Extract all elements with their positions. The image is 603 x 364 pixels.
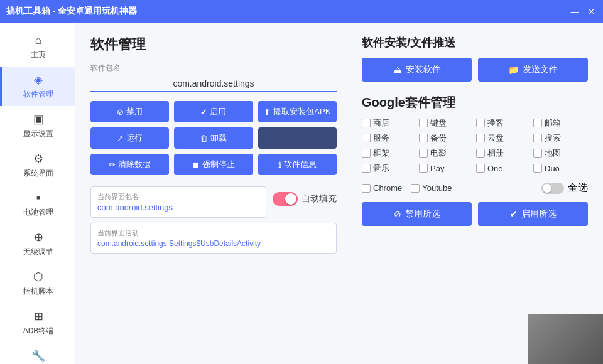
sidebar: ⌂ 主页 ◈ 软件管理 ▣ 显示设置 ⚙ 系统界面 ▪ 电池管理 ⊕ 无级调节 … [0,23,75,364]
checkbox-keyboard[interactable] [419,119,428,127]
checkbox-maps[interactable] [533,149,542,158]
main-content: 软件管理 软件包名 ⊘ 禁用 ✔ 启用 ⬆ 提取安装包APK [75,23,603,364]
disable-all-label: 禁用所选 [405,208,440,220]
send-file-button[interactable]: 📁 发送文件 [478,58,588,82]
label-service: 服务 [373,132,389,144]
checkbox-photos[interactable] [476,149,485,158]
google-item-music[interactable]: 音乐 [362,163,416,174]
checkbox-email[interactable] [533,119,542,127]
google-section-title: Google套件管理 [362,94,588,111]
checkbox-pay[interactable] [419,164,428,173]
close-button[interactable]: ✕ [585,6,597,17]
home-icon: ⌂ [35,34,42,47]
google-item-service[interactable]: 服务 [362,132,416,144]
btn-row-3: ✏ 清除数据 ⏹ 强制停止 ℹ 软件信息 [90,154,337,175]
sidebar-item-advanced[interactable]: ⊕ 无级调节 [0,224,75,264]
google-item-email[interactable]: 邮箱 [533,117,588,129]
enable-label: 启用 [210,106,226,117]
display-icon: ▣ [33,112,44,126]
sidebar-item-home[interactable]: ⌂ 主页 [0,28,75,67]
google-item-chrome[interactable]: Chrome [362,183,402,193]
force-stop-button[interactable]: ⏹ 强制停止 [174,154,253,175]
disable-all-button[interactable]: ⊘ 禁用所选 [362,202,472,226]
checkbox-framework[interactable] [362,149,371,158]
minimize-button[interactable]: — [569,6,580,17]
select-all-toggle[interactable] [541,183,564,194]
current-activity-box: 当前界面活动 com.android.settings.Settings$Usb… [90,223,337,254]
google-item-store[interactable]: 商店 [362,117,416,129]
google-item-pay[interactable]: Pay [419,163,474,174]
enable-all-label: 启用所选 [521,208,557,220]
google-item-maps[interactable]: 地图 [533,147,588,159]
label-search: 搜索 [545,132,561,144]
select-all-row: Chrome Youtube 全选 [362,181,588,195]
label-duo: Duo [545,164,560,173]
enable-button[interactable]: ✔ 启用 [174,101,253,122]
label-photos: 相册 [487,147,504,159]
extract-label: 提取安装包APK [273,106,330,117]
sidebar-label-adb: ADB终端 [23,326,54,336]
google-item-search[interactable]: 搜索 [533,132,588,144]
auto-fill-section: 自动填充 [273,192,337,206]
disable-button[interactable]: ⊘ 禁用 [90,101,169,122]
pkg-input[interactable] [90,76,337,92]
select-all-label: 全选 [568,181,588,195]
checkbox-movies[interactable] [419,149,428,158]
checkbox-music[interactable] [362,164,371,173]
sidebar-label-software: 软件管理 [23,89,53,100]
uninstall-label: 卸载 [210,132,227,144]
sidebar-item-battery[interactable]: ▪ 电池管理 [0,185,75,224]
google-item-youtube[interactable]: Youtube [411,183,452,193]
uninstall-button[interactable]: 🗑 卸载 [174,127,253,149]
current-pkg-value: com.android.settings [97,203,259,212]
google-item-podcast[interactable]: 播客 [476,117,531,129]
google-item-drive[interactable]: 云盘 [476,132,531,144]
checkbox-drive[interactable] [476,134,485,142]
label-one: One [487,164,503,173]
google-item-one[interactable]: One [476,163,531,174]
send-label: 发送文件 [523,64,558,75]
app-title: 搞机工具箱 - 全安卓通用玩机神器 [6,6,137,17]
enable-all-button[interactable]: ✔ 启用所选 [478,202,588,226]
sidebar-label-home: 主页 [31,50,46,60]
uninstall-icon: 🗑 [200,134,208,143]
checkbox-store[interactable] [362,119,371,127]
sidebar-item-system[interactable]: ⚙ 系统界面 [0,146,75,185]
google-item-framework[interactable]: 框架 [362,147,416,159]
google-item-photos[interactable]: 相册 [476,147,531,159]
install-icon: ⛰ [393,65,402,75]
install-software-button[interactable]: ⛰ 安装软件 [362,58,472,82]
checkbox-one[interactable] [476,164,485,173]
google-item-backup[interactable]: 备份 [419,132,474,144]
sidebar-label-script: 控机脚本 [23,286,53,297]
checkbox-backup[interactable] [419,134,428,142]
checkbox-youtube[interactable] [411,184,420,193]
sidebar-label-system: 系统界面 [23,168,53,179]
checkbox-search[interactable] [533,134,542,142]
run-button[interactable]: ↗ 运行 [90,127,169,149]
sidebar-item-display[interactable]: ▣ 显示设置 [0,106,75,146]
overlay-button[interactable] [258,127,337,149]
clear-data-button[interactable]: ✏ 清除数据 [90,154,169,175]
google-item-keyboard[interactable]: 键盘 [419,117,474,129]
sidebar-item-software[interactable]: ◈ 软件管理 [0,67,75,106]
checkbox-chrome[interactable] [362,184,371,193]
install-btn-row: ⛰ 安装软件 📁 发送文件 [362,58,588,82]
checkbox-podcast[interactable] [476,119,485,127]
software-management-title: 软件管理 [90,35,337,54]
google-item-movies[interactable]: 电影 [419,147,474,159]
checkbox-duo[interactable] [533,164,542,173]
label-pay: Pay [430,164,444,173]
extract-apk-button[interactable]: ⬆ 提取安装包APK [258,101,337,122]
sidebar-item-script[interactable]: ⬡ 控机脚本 [0,264,75,303]
send-icon: 📁 [508,65,519,75]
sidebar-item-appsettings[interactable]: 🔧 软件设置 [0,343,75,364]
checkbox-service[interactable] [362,134,371,142]
sidebar-item-adb[interactable]: ⊞ ADB终端 [0,303,75,343]
label-email: 邮箱 [545,117,561,129]
app-info-button[interactable]: ℹ 软件信息 [258,154,337,175]
current-activity-label: 当前界面活动 [97,228,330,238]
title-bar: 搞机工具箱 - 全安卓通用玩机神器 — ✕ [0,0,603,23]
google-item-duo[interactable]: Duo [533,163,588,174]
auto-fill-toggle[interactable] [273,192,298,206]
